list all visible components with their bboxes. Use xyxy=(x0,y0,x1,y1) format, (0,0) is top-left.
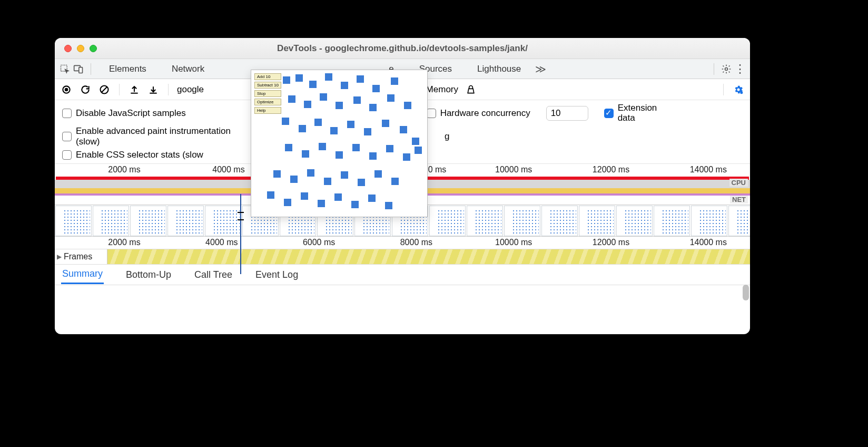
gc-icon[interactable] xyxy=(465,83,477,96)
paint-label: Enable advanced paint instrumentation (s… xyxy=(76,126,250,147)
close-icon[interactable] xyxy=(64,45,72,52)
memory-label: Memory xyxy=(426,84,458,95)
gc-truncated-label: g xyxy=(445,131,449,142)
filmstrip-thumb[interactable] xyxy=(467,206,503,236)
css-stats-label: Enable CSS selector stats (slow xyxy=(76,150,203,160)
tab-call-tree[interactable]: Call Tree xyxy=(193,266,233,284)
css-selector-stats-checkbox[interactable]: Enable CSS selector stats (slow xyxy=(62,150,203,160)
filmstrip-thumb[interactable] xyxy=(728,206,750,236)
origin-label: google xyxy=(177,84,204,95)
filmstrip-thumb[interactable] xyxy=(541,206,578,236)
extension-data-checkbox[interactable]: Extension data xyxy=(604,103,665,123)
filmstrip-thumb[interactable] xyxy=(616,206,653,236)
preview-help-button: Help xyxy=(254,107,281,114)
reload-record-button[interactable] xyxy=(79,83,92,96)
details-tabs: Summary Bottom-Up Call Tree Event Log xyxy=(55,264,750,285)
filmstrip-thumb[interactable] xyxy=(579,206,615,236)
hw-conc-label: Hardware concurrency xyxy=(440,108,530,119)
download-icon[interactable] xyxy=(147,83,160,96)
window-title: DevTools - googlechrome.github.io/devtoo… xyxy=(55,43,750,54)
frames-label: Frames xyxy=(64,252,92,261)
filmstrip-thumb[interactable] xyxy=(130,206,166,236)
filmstrip-thumb[interactable] xyxy=(429,206,466,236)
titlebar: DevTools - googlechrome.github.io/devtoo… xyxy=(55,38,750,59)
upload-icon[interactable] xyxy=(128,83,141,96)
frames-lane[interactable] xyxy=(107,249,750,264)
disable-js-checkbox[interactable]: Disable JavaScript samples xyxy=(62,108,186,119)
net-label: NET xyxy=(730,196,748,203)
preview-page-controls: Add 10 Subtract 10 Stop Optimize Help xyxy=(254,73,281,114)
kebab-icon[interactable]: ⋮ xyxy=(734,63,746,75)
minimize-icon[interactable] xyxy=(77,45,84,52)
preview-stop-button: Stop xyxy=(254,90,281,97)
tab-network[interactable]: Network xyxy=(160,61,216,77)
inspect-icon[interactable] xyxy=(59,63,71,75)
preview-subtract-button: Subtract 10 xyxy=(254,82,281,89)
scrollbar-thumb[interactable] xyxy=(743,285,749,300)
svg-point-5 xyxy=(65,88,68,91)
tab-summary[interactable]: Summary xyxy=(61,265,104,284)
cpu-label: CPU xyxy=(729,179,748,187)
filmstrip-thumb[interactable] xyxy=(654,206,690,236)
tab-event-log[interactable]: Event Log xyxy=(254,266,299,284)
tab-lighthouse[interactable]: Lighthouse xyxy=(466,61,532,77)
svg-rect-2 xyxy=(79,67,83,73)
traffic-lights xyxy=(64,45,97,52)
disclosure-triangle-icon[interactable]: ▶ xyxy=(57,253,62,260)
filmstrip-thumb[interactable] xyxy=(93,206,129,236)
svg-point-3 xyxy=(725,67,728,70)
flamechart-ruler: 2000 ms 4000 ms 6000 ms 8000 ms 10000 ms… xyxy=(55,237,750,249)
zoom-icon[interactable] xyxy=(90,45,97,52)
settings-icon[interactable] xyxy=(721,63,732,75)
divider xyxy=(91,63,91,75)
tab-bottom-up[interactable]: Bottom-Up xyxy=(125,266,172,284)
frames-track[interactable]: ▶ Frames xyxy=(55,249,750,264)
preview-add-button: Add 10 xyxy=(254,73,281,80)
filmstrip-thumb[interactable] xyxy=(691,206,727,236)
tab-elements[interactable]: Elements xyxy=(97,61,158,77)
filmstrip-thumb[interactable] xyxy=(504,206,540,236)
record-button[interactable] xyxy=(60,83,73,96)
more-tabs-icon[interactable]: ≫ xyxy=(535,63,546,75)
svg-line-7 xyxy=(102,87,107,92)
filmstrip-thumb[interactable] xyxy=(205,206,241,236)
ext-data-label: Extension data xyxy=(618,103,665,123)
playhead-marker[interactable] xyxy=(240,194,241,274)
filmstrip-thumb[interactable] xyxy=(167,206,204,236)
device-toolbar-icon[interactable] xyxy=(73,63,84,75)
clear-button[interactable] xyxy=(98,83,111,96)
disable-js-label: Disable JavaScript samples xyxy=(76,108,186,119)
divider xyxy=(714,63,714,75)
preview-optimize-button: Optimize xyxy=(254,99,281,105)
capture-settings-icon[interactable] xyxy=(732,83,745,96)
filmstrip-thumb[interactable] xyxy=(55,206,92,236)
screenshot-preview-popup: Add 10 Subtract 10 Stop Optimize Help xyxy=(251,70,428,217)
svg-point-8 xyxy=(740,91,743,94)
frames-track-header[interactable]: ▶ Frames xyxy=(55,249,107,264)
hw-concurrency-checkbox[interactable]: Hardware concurrency xyxy=(427,108,530,119)
paint-instrumentation-checkbox[interactable]: Enable advanced paint instrumentation (s… xyxy=(62,126,250,147)
hw-concurrency-input[interactable] xyxy=(546,106,588,121)
